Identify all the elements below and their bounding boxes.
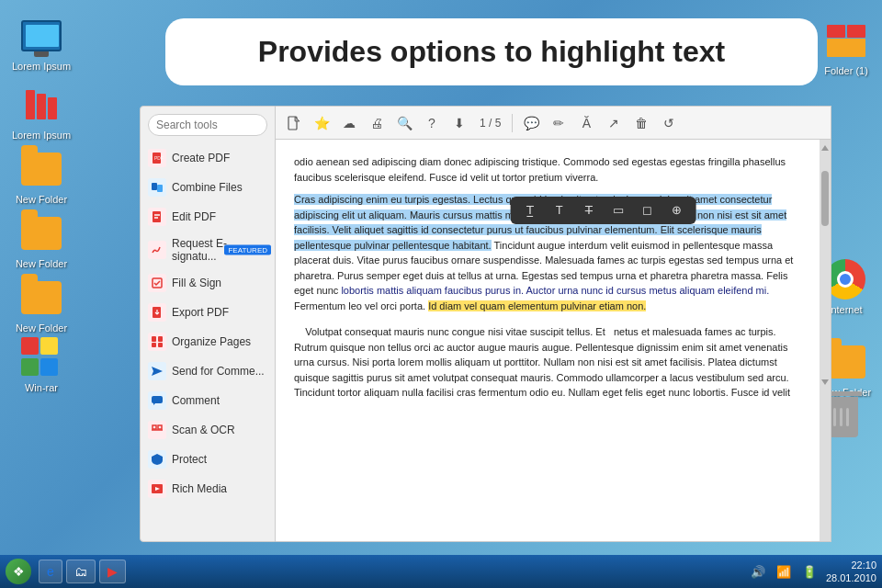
sidebar-item-scan-ocr[interactable]: Scan & OCR [141, 415, 275, 445]
sidebar-item-fill-sign[interactable]: Fill & Sign [141, 268, 275, 298]
page-down-icon[interactable]: ⬇ [448, 112, 470, 134]
sidebar-item-edit-pdf[interactable]: Edit PDF [141, 202, 275, 232]
pdf-container: PDF Create PDF Combine Files Edit PDF Re… [140, 106, 831, 542]
comment-tool-icon[interactable]: 💬 [520, 112, 542, 134]
sidebar-item-label: Send for Comme... [172, 365, 265, 378]
sidebar-item-export-pdf[interactable]: Export PDF [141, 298, 275, 327]
icon-label: Win-rar [25, 382, 58, 393]
svg-rect-11 [158, 336, 163, 342]
sidebar-item-label: Fill & Sign [172, 277, 221, 289]
sidebar-item-rich-media[interactable]: Rich Media [141, 474, 275, 503]
delete-icon[interactable]: 🗑 [630, 112, 652, 134]
print-icon[interactable]: 🖨 [366, 112, 388, 134]
ann-plus-btn[interactable]: ⊕ [665, 200, 689, 220]
pen-icon[interactable]: ✏ [548, 112, 570, 134]
ann-underline-btn[interactable]: T̲ [518, 200, 542, 220]
svg-rect-3 [157, 185, 163, 192]
pdf-toolbar: ⭐ ☁ 🖨 🔍 ? ⬇ 1 / 5 💬 ✏ Ă ↗ 🗑 ↺ [276, 107, 831, 140]
main-bubble: Provides options to highlight text [165, 18, 818, 85]
desktop-icon-new-folder-3[interactable]: New Folder [9, 276, 74, 334]
ann-text-strike-btn[interactable]: T̶ [577, 200, 601, 220]
svg-text:PDF: PDF [154, 155, 164, 161]
comment-icon [148, 391, 166, 410]
svg-rect-4 [153, 211, 161, 222]
sidebar-item-label: Organize Pages [172, 335, 251, 348]
svg-rect-16 [158, 425, 162, 429]
desktop-icon-lorem-ipsum-2[interactable]: Lorem Ipsum [9, 83, 74, 141]
highlight-yellow-1: Id diam vel quam elementum pulvinar etia… [428, 300, 646, 311]
sidebar-item-create-pdf[interactable]: PDF Create PDF [141, 143, 275, 173]
share-icon[interactable]: ↗ [603, 112, 625, 134]
folder-icon [19, 276, 63, 320]
pdf-scrollbar[interactable] [820, 140, 831, 541]
sidebar-item-label: Edit PDF [172, 210, 216, 223]
organize-pages-icon [148, 333, 166, 351]
icon-label: New Folder [16, 258, 67, 269]
icon-label: Lorem Ipsum [12, 61, 71, 72]
sidebar-item-label: Scan & OCR [172, 424, 235, 436]
icon-label: New Folder [16, 194, 67, 205]
send-comment-icon [148, 362, 166, 380]
pdf-viewer: ⭐ ☁ 🖨 🔍 ? ⬇ 1 / 5 💬 ✏ Ă ↗ 🗑 ↺ T̲ T [276, 106, 831, 542]
taskbar-ie-btn[interactable]: e [39, 560, 62, 583]
sidebar-item-label: Rich Media [172, 482, 227, 495]
pdf-page: T̲ T T̶ ▭ ◻ ⊕ odio aenean sed adipiscing… [276, 140, 820, 541]
folder-icon [824, 18, 868, 62]
zoom-out-icon[interactable]: 🔍 [393, 112, 415, 134]
ann-text-btn[interactable]: T [548, 200, 571, 220]
sidebar-item-comment[interactable]: Comment [141, 386, 275, 415]
svg-rect-12 [152, 343, 156, 347]
cloud-icon[interactable]: ☁ [338, 112, 360, 134]
taskbar-right: 🔊 📶 🔋 22:10 28.01.2010 [749, 559, 876, 585]
tray-network-icon[interactable]: 🔊 [749, 562, 767, 581]
icon-label: New Folder [16, 322, 67, 334]
sidebar-item-request-esign[interactable]: Request E-signatu... FEATURED [141, 232, 275, 268]
paragraph-3: Volutpat consequat mauris nunc congue ni… [294, 324, 801, 401]
start-button[interactable]: ❖ [6, 559, 31, 584]
taskbar-clock: 22:10 28.01.2010 [826, 559, 876, 585]
page-info: 1 / 5 [476, 117, 504, 130]
paragraph-1: odio aenean sed adipiscing diam donec ad… [294, 154, 801, 185]
desktop-icon-new-folder-2[interactable]: New Folder [9, 211, 74, 269]
featured-badge: FEATURED [224, 245, 271, 255]
ann-box-btn[interactable]: ◻ [636, 200, 660, 220]
rotate-icon[interactable]: ↺ [658, 112, 680, 134]
desktop-icon-new-folder-1[interactable]: New Folder [9, 147, 74, 205]
desktop-icon-folder-right[interactable]: Folder (1) [814, 18, 878, 76]
highlight-icon[interactable]: Ă [575, 112, 597, 134]
taskbar: ❖ e 🗂 ▶ 🔊 📶 🔋 22:10 28.01.2010 [0, 555, 882, 588]
taskbar-media-btn[interactable]: ▶ [99, 560, 126, 583]
sidebar-item-label: Combine Files [172, 181, 243, 194]
sidebar-item-send-comment[interactable]: Send for Comme... [141, 356, 275, 386]
monitor-icon [19, 14, 63, 58]
sidebar-item-organize-pages[interactable]: Organize Pages [141, 327, 275, 356]
toolbar-divider [512, 114, 513, 132]
sidebar-item-combine-files[interactable]: Combine Files [141, 173, 275, 202]
fill-sign-icon [148, 274, 166, 292]
scrollbar-thumb[interactable] [821, 171, 829, 226]
create-pdf-icon: PDF [148, 149, 166, 167]
taskbar-folder-btn[interactable]: 🗂 [66, 560, 96, 583]
desktop-icon-winrar[interactable]: Win-rar [9, 335, 74, 393]
sidebar-item-label: Export PDF [172, 306, 229, 319]
combine-files-icon [148, 178, 166, 197]
edit-pdf-icon [148, 208, 166, 226]
time-display: 22:10 [826, 559, 876, 571]
ann-rect-btn[interactable]: ▭ [606, 200, 630, 220]
tray-battery-icon[interactable]: 🔋 [800, 562, 819, 581]
page-title: Provides options to highlight text [193, 35, 790, 69]
desktop-icon-lorem-ipsum-1[interactable]: Lorem Ipsum [9, 14, 74, 72]
help-icon[interactable]: ? [421, 112, 443, 134]
tray-volume-icon[interactable]: 📶 [775, 562, 793, 581]
icon-label: Folder (1) [824, 65, 868, 76]
rich-media-icon [148, 480, 166, 498]
search-input[interactable] [148, 114, 267, 136]
svg-rect-2 [152, 183, 157, 190]
folder-icon [19, 147, 63, 191]
svg-rect-10 [152, 336, 156, 342]
sidebar-item-protect[interactable]: Protect [141, 445, 275, 474]
bookmark-icon[interactable]: ⭐ [311, 112, 333, 134]
svg-rect-14 [152, 396, 163, 403]
scan-icon [148, 421, 166, 439]
file-icon[interactable] [283, 112, 305, 134]
